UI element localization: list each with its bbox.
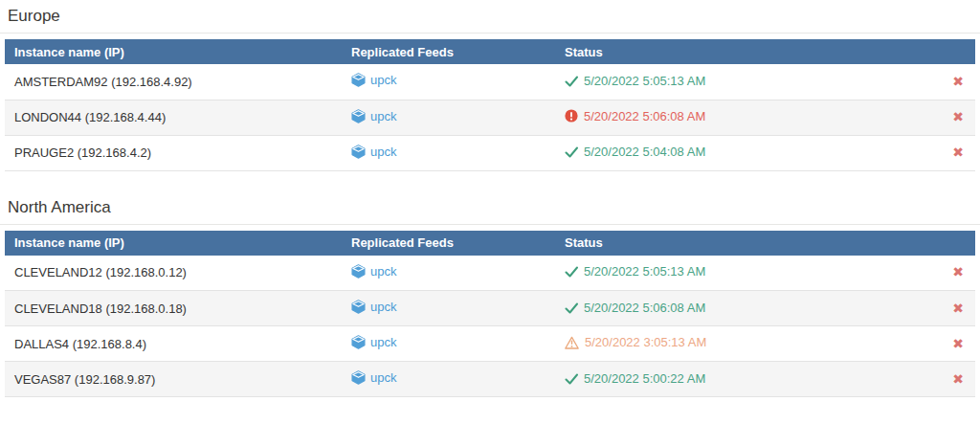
table-header-row: Instance name (IP) Replicated Feeds Stat… [5,231,975,256]
cube-icon [351,109,366,123]
feed-link-label: upck [370,145,396,159]
status-timestamp: 5/20/2022 5:00:22 AM [584,371,705,386]
status-timestamp: 5/20/2022 5:05:13 AM [584,74,705,88]
feed-link-label: upck [370,300,396,314]
replicated-feeds-cell: upck [342,64,555,100]
section-title: Europe [0,0,980,33]
instance-name-cell: PRAUGE2 (192.168.4.2) [5,135,342,170]
cube-icon [351,73,366,87]
replicated-feeds-cell: upck [342,256,555,291]
column-header-feeds: Replicated Feeds [342,231,555,256]
cube-icon [351,300,366,314]
status-badge: 5/20/2022 5:05:13 AM [565,264,705,279]
feed-link-label: upck [370,335,396,349]
close-icon: ✖ [952,264,964,279]
feed-link[interactable]: upck [351,300,396,314]
instances-table: Instance name (IP) Replicated Feeds Stat… [5,39,975,171]
delete-instance-button[interactable]: ✖ [952,301,964,315]
instance-name-cell: CLEVELAND12 (192.168.0.12) [5,256,342,291]
region-section-north-america: North America Instance name (IP) Replica… [0,191,980,398]
check-icon [565,145,578,158]
column-header-instance: Instance name (IP) [5,231,342,256]
status-timestamp: 5/20/2022 5:06:08 AM [584,301,705,315]
feed-link-label: upck [370,264,396,279]
replicated-feeds-cell: upck [342,326,555,362]
replicated-feeds-cell: upck [342,362,555,397]
actions-cell: ✖ [941,64,975,100]
status-timestamp: 5/20/2022 5:05:13 AM [584,264,705,279]
status-cell: 5/20/2022 5:05:13 AM [555,256,941,291]
close-icon: ✖ [952,371,964,387]
instance-name-cell: AMSTERDAM92 (192.168.4.92) [5,64,342,100]
close-icon: ✖ [952,109,964,124]
feed-link-label: upck [370,73,396,87]
feed-link[interactable]: upck [351,370,396,385]
column-header-status: Status [555,231,941,256]
table-row: CLEVELAND12 (192.168.0.12) upck 5/20/202… [5,256,975,291]
delete-instance-button[interactable]: ✖ [952,372,964,386]
status-badge: 5/20/2022 5:00:22 AM [565,371,705,386]
status-cell: 5/20/2022 5:00:22 AM [555,362,941,397]
region-section-europe: Europe Instance name (IP) Replicated Fee… [0,0,980,171]
check-icon [565,265,578,278]
column-header-feeds: Replicated Feeds [342,39,555,64]
feed-link[interactable]: upck [351,335,396,349]
status-badge: 5/20/2022 5:06:08 AM [565,301,705,315]
feed-link[interactable]: upck [351,264,396,279]
cube-icon [351,370,366,385]
feed-link[interactable]: upck [351,73,396,87]
close-icon: ✖ [952,336,964,351]
instance-name-cell: CLEVELAND18 (192.168.0.18) [5,291,342,326]
delete-instance-button[interactable]: ✖ [952,337,964,350]
replicated-feeds-cell: upck [342,135,555,170]
actions-cell: ✖ [941,291,975,326]
status-badge: 5/20/2022 3:05:13 AM [565,335,706,349]
actions-cell: ✖ [941,326,975,362]
delete-instance-button[interactable]: ✖ [952,75,964,88]
delete-instance-button[interactable]: ✖ [952,110,964,123]
close-icon: ✖ [952,301,964,316]
table-row: AMSTERDAM92 (192.168.4.92) upck 5/20/202… [5,64,975,100]
replicated-feeds-cell: upck [342,291,555,326]
cube-icon [351,145,366,159]
table-row: LONDON44 (192.168.4.44) upck 5/20/2022 5… [5,100,975,135]
check-icon [565,372,578,385]
table-row: PRAUGE2 (192.168.4.2) upck 5/20/2022 5:0… [5,135,975,170]
delete-instance-button[interactable]: ✖ [952,265,964,279]
replicated-feeds-cell: upck [342,100,555,135]
status-badge: 5/20/2022 5:06:08 AM [565,109,705,123]
column-header-actions [941,231,975,256]
instance-name-cell: VEGAS87 (192.168.9.87) [5,362,342,397]
check-icon [565,75,578,87]
cube-icon [351,264,366,279]
cube-icon [351,335,366,349]
feed-link-label: upck [370,109,396,123]
instance-name-cell: DALLAS4 (192.168.8.4) [5,326,342,362]
warning-triangle-icon [565,336,579,349]
table-header-row: Instance name (IP) Replicated Feeds Stat… [5,39,975,64]
status-timestamp: 5/20/2022 3:05:13 AM [585,335,706,349]
feed-link-label: upck [370,370,396,385]
status-badge: 5/20/2022 5:04:08 AM [565,145,705,159]
column-header-actions [941,39,975,64]
table-row: DALLAS4 (192.168.8.4) upck 5/20/2022 3:0… [5,326,975,362]
feed-link[interactable]: upck [351,109,396,123]
status-timestamp: 5/20/2022 5:06:08 AM [584,109,705,123]
close-icon: ✖ [952,74,964,89]
actions-cell: ✖ [941,100,975,135]
check-icon [565,301,578,314]
actions-cell: ✖ [941,135,975,170]
feed-link[interactable]: upck [351,145,396,159]
close-icon: ✖ [952,145,964,160]
status-cell: 5/20/2022 5:06:08 AM [555,100,941,135]
actions-cell: ✖ [941,362,975,397]
status-timestamp: 5/20/2022 5:04:08 AM [584,145,705,159]
section-title: North America [0,191,980,225]
status-cell: 5/20/2022 5:04:08 AM [555,135,941,170]
delete-instance-button[interactable]: ✖ [952,145,964,159]
status-cell: 5/20/2022 5:06:08 AM [555,291,941,326]
table-row: CLEVELAND18 (192.168.0.18) upck 5/20/202… [5,291,975,326]
error-circle-icon [565,109,578,123]
actions-cell: ✖ [941,256,975,291]
table-row: VEGAS87 (192.168.9.87) upck 5/20/2022 5:… [5,362,975,397]
